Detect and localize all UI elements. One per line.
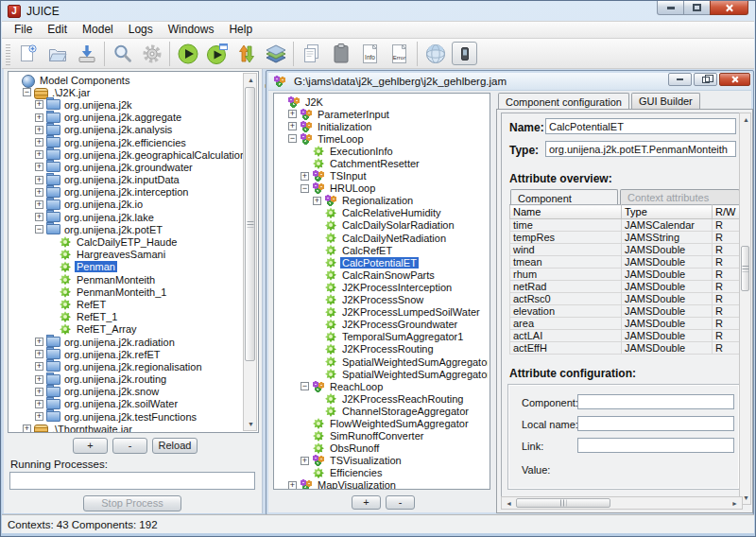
new-model-button[interactable] (13, 41, 43, 67)
table-row[interactable]: actEffHJAMSDoubleR (510, 342, 743, 355)
tree-item[interactable]: Model Components (10, 74, 243, 86)
tree-item[interactable]: SpatialWeightedSumAggregator1 (276, 355, 488, 368)
expand-icon[interactable]: + (35, 362, 43, 371)
collapse-icon[interactable]: − (301, 184, 309, 193)
table-row[interactable]: netRadJAMSDoubleR (510, 281, 743, 293)
expand-icon[interactable]: + (288, 122, 297, 130)
add-jar-button[interactable]: + (73, 438, 108, 454)
tree-item[interactable]: CalcRelativeHumidity (276, 207, 488, 219)
table-row[interactable]: tmeanJAMSDoubleR (510, 256, 743, 268)
device-button[interactable] (452, 42, 477, 65)
tree-item[interactable]: Penman (10, 261, 243, 273)
tree-item[interactable]: −HRULoop (276, 182, 488, 195)
tab-gui-builder[interactable]: GUI Builder (631, 93, 700, 109)
collapse-icon[interactable]: − (23, 88, 31, 96)
local-name-field[interactable] (577, 416, 734, 431)
tree-item[interactable]: +org.unijena.j2k.lake (10, 211, 243, 223)
expand-icon[interactable]: + (35, 163, 43, 171)
tree-item[interactable]: +org.unijena.j2k.aggregate (10, 112, 243, 124)
expand-icon[interactable]: + (35, 150, 43, 159)
link-field[interactable] (577, 438, 734, 453)
tree-item[interactable]: ObsRunoff (276, 442, 488, 455)
model-remove-button[interactable]: - (386, 495, 415, 510)
tree-item[interactable]: +.\Thornthwaite.jar (10, 423, 243, 432)
tree-item[interactable]: FlowWeightedSumAggregator (276, 417, 488, 429)
close-button[interactable] (710, 1, 748, 15)
minimize-button[interactable] (657, 1, 684, 15)
column-header[interactable]: Name (510, 205, 622, 219)
run-model-gui-button[interactable] (202, 41, 232, 67)
tree-item[interactable]: CalcRainSnowParts (276, 268, 488, 281)
tree-item[interactable]: −ReachLoop (276, 380, 488, 392)
tree-item[interactable]: +MapVisualization (276, 479, 488, 489)
tree-item[interactable]: HargreavesSamani (10, 249, 243, 261)
menu-edit[interactable]: Edit (40, 22, 75, 38)
expand-icon[interactable]: + (35, 100, 43, 109)
tree-item[interactable]: +org.unijena.j2k.testFunctions (10, 410, 243, 423)
config-horizontal-scrollbar[interactable]: ◄ ► (501, 496, 743, 510)
tree-item[interactable]: +org.unijena.j2k.soilWater (10, 398, 243, 410)
map-layers-button[interactable] (261, 41, 290, 67)
tree-item[interactable]: +TSInput (276, 170, 488, 182)
collapse-icon[interactable]: − (35, 225, 43, 234)
error-log-button[interactable]: Error (385, 41, 414, 67)
expand-icon[interactable]: + (301, 457, 309, 465)
menu-logs[interactable]: Logs (121, 22, 161, 38)
expand-icon[interactable]: + (35, 375, 43, 384)
expand-icon[interactable]: + (35, 350, 43, 358)
tree-item[interactable]: J2KProcessReachRouting (276, 392, 488, 405)
tree-item[interactable]: RefET_1 (10, 311, 243, 323)
tree-item[interactable]: +org.unijena.j2k.inputData (10, 174, 243, 186)
tree-item[interactable]: RefET_Array (10, 323, 243, 336)
tree-item[interactable]: +org.unijena.j2k.snow (10, 386, 243, 398)
menu-windows[interactable]: Windows (161, 22, 222, 38)
config-hscroll-thumb[interactable] (516, 498, 610, 508)
menu-help[interactable]: Help (221, 22, 260, 38)
expand-icon[interactable]: + (35, 113, 43, 122)
config-scroll-right-icon[interactable]: ► (731, 500, 738, 507)
tree-item[interactable]: CalcDailyETP_Haude (10, 235, 243, 248)
tree-item[interactable]: SpatialWeightedSumAggregator2 (276, 368, 488, 380)
scroll-down-icon[interactable]: ▼ (248, 421, 254, 427)
tree-item[interactable]: J2K (276, 95, 488, 108)
tree-item[interactable]: +Regionalization (276, 195, 488, 207)
expand-icon[interactable]: + (35, 176, 43, 184)
clipboard-button[interactable] (326, 41, 355, 67)
tree-item[interactable]: J2KProcessRouting (276, 343, 488, 355)
tree-item[interactable]: +ParameterInput (276, 108, 488, 120)
config-scroll-left-icon[interactable]: ◄ (506, 500, 512, 507)
web-globe-button[interactable] (421, 41, 450, 67)
tree-item[interactable]: +Initialization (276, 120, 488, 132)
component-field[interactable] (577, 394, 734, 409)
expand-icon[interactable]: + (288, 481, 297, 489)
expand-icon[interactable]: + (35, 188, 43, 197)
expand-icon[interactable]: + (35, 200, 43, 209)
frame-restore-button[interactable] (694, 73, 717, 86)
tree-item[interactable]: +org.unijena.j2k.io (10, 199, 243, 211)
tree-item[interactable]: CalcRefET (276, 244, 488, 256)
remove-jar-button[interactable]: - (112, 438, 147, 454)
window-titlebar[interactable]: J JUICE (1, 1, 755, 21)
left-tree-scroll-thumb[interactable] (245, 87, 255, 361)
tree-item[interactable]: PenmanMonteith_1 (10, 286, 243, 298)
tree-item[interactable]: +org.unijena.j2k.interception (10, 186, 243, 199)
column-header[interactable]: Type (622, 205, 713, 219)
expand-icon[interactable]: + (288, 110, 297, 118)
table-row[interactable]: areaJAMSDoubleR (510, 318, 743, 330)
running-processes-field[interactable] (9, 472, 255, 490)
tree-item[interactable]: +TSVisualization (276, 455, 488, 467)
tree-item[interactable]: CatchmentResetter (276, 157, 488, 169)
left-tree-scrollbar[interactable]: ▲ ▼ (243, 73, 257, 431)
tree-item[interactable]: Efficiencies (276, 467, 488, 479)
reload-button[interactable]: Reload (152, 438, 198, 454)
open-model-button[interactable] (43, 41, 72, 67)
search-button[interactable] (108, 41, 137, 67)
tree-item[interactable]: +org.unijena.j2k.analysis (10, 124, 243, 136)
model-add-button[interactable]: + (352, 495, 381, 510)
update-arrows-button[interactable] (232, 41, 261, 67)
tree-item[interactable]: RefET (10, 298, 243, 310)
tree-item[interactable]: +org.unijena.j2k.geographicalCalculation… (10, 148, 243, 161)
tree-item[interactable]: PenmanMonteith (10, 273, 243, 286)
tab-component-configuration[interactable]: Component configuration (498, 93, 629, 110)
table-row[interactable]: rhumJAMSDoubleR (510, 268, 743, 281)
